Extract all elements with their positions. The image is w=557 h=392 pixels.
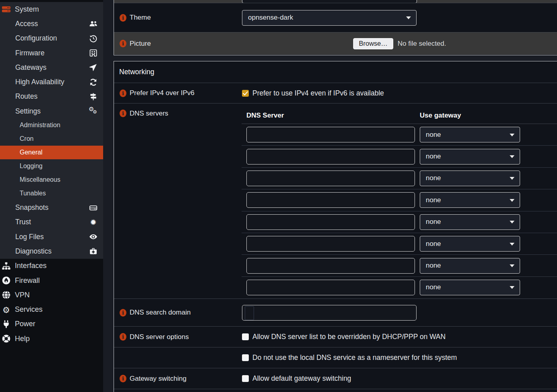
form-row-dns-server-options: DNS server options Allow DNS server list…: [114, 326, 557, 347]
use-gateway-select-4[interactable]: none: [420, 192, 520, 208]
chevron-down-icon: [406, 16, 411, 19]
life-ring-icon: [2, 334, 11, 343]
sidebar-item-logging[interactable]: Logging: [0, 159, 103, 173]
use-gateway-select-5[interactable]: none: [420, 214, 520, 230]
use-gateway-select-3[interactable]: none: [420, 171, 520, 186]
sidebar-item-help[interactable]: Help: [0, 331, 103, 346]
info-icon[interactable]: [120, 40, 126, 47]
dns-server-row: none: [242, 255, 557, 276]
dns-server-row: none: [242, 168, 557, 189]
dns-server-row: none: [242, 233, 557, 255]
building-icon: [89, 49, 98, 57]
sidebar-item-settings[interactable]: Settings⚙⚙: [0, 104, 103, 118]
networking-panel: Networking Prefer IPv4 over IPv6 Prefer …: [114, 61, 557, 392]
dns-server-input-3[interactable]: [246, 171, 415, 186]
dns-server-row: none: [242, 189, 557, 211]
use-gateway-select-8[interactable]: none: [420, 280, 520, 295]
sidebar-item-routes[interactable]: Routes: [0, 89, 103, 104]
sidebar: System Access Configuration Firmware Gat…: [0, 0, 103, 392]
use-gateway-select-6[interactable]: none: [420, 236, 520, 252]
field-label-prefer-ipv4: Prefer IPv4 over IPv6: [114, 89, 242, 97]
info-icon[interactable]: [120, 14, 126, 22]
users-icon: [89, 20, 98, 28]
form-row-dns-servers: DNS servers DNS Server Use gateway none …: [114, 103, 557, 299]
dns-search-domain-input[interactable]: [242, 305, 417, 321]
sitemap-icon: [2, 261, 11, 270]
sidebar-item-access[interactable]: Access: [0, 16, 103, 31]
dns-no-local-checkbox-label: Do not use the local DNS service as a na…: [252, 353, 457, 362]
main-content: Theme opnsense-dark Picture Browse… No f…: [103, 0, 557, 392]
field-label-dns-search-domain: DNS search domain: [114, 309, 242, 317]
chevron-down-icon: [510, 264, 514, 267]
info-icon[interactable]: [120, 333, 126, 341]
location-arrow-icon: [89, 63, 98, 72]
chevron-down-icon: [510, 243, 514, 246]
sidebar-item-tunables[interactable]: Tunables: [0, 187, 103, 200]
use-gateway-select-2[interactable]: none: [420, 149, 520, 165]
sidebar-item-vpn[interactable]: VPN: [0, 288, 103, 302]
sidebar-item-trust[interactable]: Trust✹: [0, 215, 103, 230]
chevron-down-icon: [510, 199, 514, 202]
history-icon: [89, 34, 98, 43]
sidebar-item-cron[interactable]: Cron: [0, 132, 103, 146]
dns-server-row: none: [242, 124, 557, 146]
sidebar-system-section: System Access Configuration Firmware Gat…: [0, 2, 103, 259]
chevron-down-icon: [510, 286, 514, 289]
form-row-next-partial: [114, 389, 557, 392]
dns-server-input-5[interactable]: [246, 214, 415, 230]
sidebar-item-system[interactable]: System: [0, 2, 103, 16]
sidebar-item-administration[interactable]: Administration: [0, 118, 103, 132]
sidebar-item-general[interactable]: General: [0, 146, 103, 159]
dns-server-input-4[interactable]: [246, 192, 415, 208]
use-gateway-select-7[interactable]: none: [420, 258, 520, 274]
dns-server-input-1[interactable]: [246, 127, 415, 142]
form-row-dns-local-option: Do not use the local DNS service as a na…: [114, 347, 557, 368]
form-row-partial: [114, 0, 557, 3]
hdd-icon: [89, 203, 98, 212]
sidebar-item-diagnostics[interactable]: Diagnostics: [0, 244, 103, 258]
dns-server-row: none: [242, 277, 557, 298]
dns-server-row: none: [242, 146, 557, 167]
prefer-ipv4-checkbox-label: Prefer to use IPv4 even if IPv6 is avail…: [252, 89, 384, 97]
sidebar-item-services[interactable]: ⚙Services: [0, 302, 103, 317]
chevron-down-icon: [510, 155, 514, 158]
info-icon[interactable]: [120, 89, 126, 97]
dns-server-input-2[interactable]: [246, 149, 415, 165]
sidebar-item-miscellaneous[interactable]: Miscellaneous: [0, 173, 103, 187]
sidebar-item-configuration[interactable]: Configuration: [0, 31, 103, 46]
server-icon: [2, 5, 11, 14]
dns-server-column-header: DNS Server: [246, 112, 420, 120]
dns-server-input-7[interactable]: [246, 258, 415, 274]
info-icon[interactable]: [120, 375, 126, 382]
use-gateway-select-1[interactable]: none: [420, 127, 520, 142]
fire-icon: [2, 276, 11, 285]
cog-icon: ⚙: [2, 305, 11, 314]
dns-override-checkbox-label: Allow DNS server list to be overridden b…: [252, 333, 445, 341]
prefer-ipv4-checkbox[interactable]: [242, 90, 249, 97]
dns-server-input-6[interactable]: [246, 236, 415, 252]
dns-servers-table: DNS Server Use gateway none none none: [242, 104, 557, 298]
sidebar-item-log-files[interactable]: Log Files: [0, 230, 103, 244]
certificate-icon: ✹: [89, 218, 98, 226]
sidebar-item-power[interactable]: Power: [0, 317, 103, 331]
form-row-gateway-switching: Gateway switching Allow default gateway …: [114, 368, 557, 389]
info-icon[interactable]: [120, 110, 126, 117]
field-label-dns-server-options: DNS server options: [114, 333, 242, 341]
theme-select[interactable]: opnsense-dark: [242, 10, 417, 26]
browse-button[interactable]: Browse…: [353, 38, 393, 49]
info-icon[interactable]: [120, 309, 126, 317]
dns-table-header: DNS Server Use gateway: [242, 107, 557, 124]
sidebar-item-high-availability[interactable]: High Availability: [0, 75, 103, 89]
sidebar-item-snapshots[interactable]: Snapshots: [0, 200, 103, 215]
gateway-switching-checkbox[interactable]: [242, 375, 249, 382]
dns-override-checkbox[interactable]: [242, 333, 249, 340]
medkit-icon: [89, 247, 98, 256]
dns-server-input-8[interactable]: [246, 280, 415, 295]
sidebar-item-firmware[interactable]: Firmware: [0, 46, 103, 60]
sidebar-item-interfaces[interactable]: Interfaces: [0, 259, 103, 273]
sidebar-item-firewall[interactable]: Firewall: [0, 273, 103, 288]
general-settings-panel: Theme opnsense-dark Picture Browse… No f…: [114, 0, 557, 55]
dns-no-local-checkbox[interactable]: [242, 354, 249, 361]
sidebar-item-gateways[interactable]: Gateways: [0, 60, 103, 75]
text-input-partial[interactable]: [242, 0, 417, 3]
